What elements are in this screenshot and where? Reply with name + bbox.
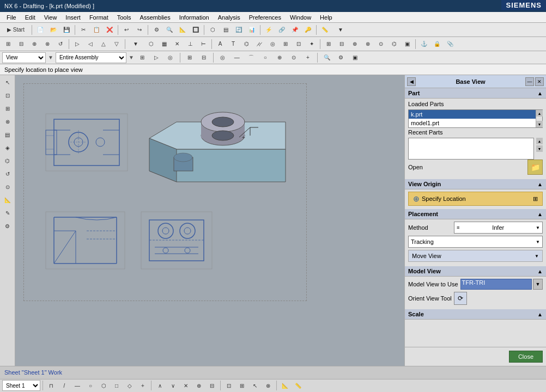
tb2-btn-30[interactable]: ▣ <box>401 38 413 50</box>
tb2-btn-9[interactable]: ▽ <box>111 38 123 50</box>
vb-btn-12[interactable]: + <box>302 52 314 64</box>
tb2-btn-7[interactable]: ◁ <box>84 38 96 50</box>
tb2-btn-24[interactable]: ⊞ <box>323 38 335 50</box>
specify-location-button[interactable]: ⊕ Specify Location ⊞ <box>408 192 543 206</box>
tb2-btn-22[interactable]: ⊡ <box>293 38 305 50</box>
menu-file[interactable]: File <box>2 13 21 22</box>
scroll-down-btn[interactable]: ▼ <box>536 121 543 127</box>
tb2-btn-20[interactable]: ◎ <box>266 38 278 50</box>
model-view-arrow-btn[interactable]: ▼ <box>533 279 543 290</box>
sb-btn-12[interactable]: ⚙ <box>2 220 14 232</box>
sb-btn-7[interactable]: ⌬ <box>2 155 14 167</box>
vb-btn-1[interactable]: ⊞ <box>136 52 148 64</box>
view-origin-section-header[interactable]: View Origin ▲ <box>405 179 546 189</box>
bot-btn-8[interactable]: + <box>137 379 149 391</box>
sb-btn-6[interactable]: ◈ <box>2 142 14 154</box>
bot-btn-17[interactable]: ⊗ <box>262 379 274 391</box>
new-btn[interactable]: 📄 <box>34 24 46 36</box>
vb-btn-7[interactable]: — <box>231 52 243 64</box>
assembly-dropdown[interactable]: Entire Assembly <box>56 52 126 63</box>
tb2-btn-3[interactable]: ⊕ <box>28 38 40 50</box>
tb2-btn-16[interactable]: A <box>214 38 226 50</box>
panel-close-btn[interactable]: ✕ <box>535 77 544 86</box>
close-panel-button[interactable]: Close <box>509 351 543 363</box>
vb-btn-8[interactable]: ⌒ <box>245 52 257 64</box>
vb-btn-9[interactable]: ○ <box>259 52 271 64</box>
sb-btn-5[interactable]: ▤ <box>2 128 14 140</box>
placement-section-header[interactable]: Placement ▲ <box>405 209 546 219</box>
menu-view[interactable]: View <box>40 13 62 22</box>
tb-btn-9[interactable]: ▤ <box>220 24 232 36</box>
model-view-section-header[interactable]: Model View ▲ <box>405 266 546 277</box>
vb-btn-3[interactable]: ◎ <box>165 52 177 64</box>
tb-btn-15[interactable]: 🔑 <box>302 24 314 36</box>
tb-btn-10[interactable]: 🔄 <box>233 24 245 36</box>
tb2-btn-23[interactable]: ✦ <box>306 38 318 50</box>
tb2-btn-8[interactable]: △ <box>98 38 110 50</box>
menu-information[interactable]: Information <box>175 13 214 22</box>
orient-view-btn[interactable]: ⟳ <box>454 292 467 305</box>
tb-btn-5[interactable]: 🔍 <box>163 24 175 36</box>
vb-btn-10[interactable]: ⊕ <box>274 52 286 64</box>
tb2-btn-18[interactable]: ⌬ <box>240 38 252 50</box>
vb-btn-6[interactable]: ◎ <box>217 52 229 64</box>
bot-btn-4[interactable]: ○ <box>84 379 96 391</box>
tb2-btn-14[interactable]: ⊥ <box>184 38 196 50</box>
sb-btn-10[interactable]: 📐 <box>2 194 14 206</box>
loaded-parts-list[interactable]: k.prt model1.prt <box>409 110 536 127</box>
menu-preferences[interactable]: Preferences <box>245 13 286 22</box>
tb2-btn-2[interactable]: ⊟ <box>15 38 27 50</box>
menu-assemblies[interactable]: Assemblies <box>135 13 174 22</box>
tb-btn-14[interactable]: 📌 <box>289 24 301 36</box>
tb2-btn-13[interactable]: ✕ <box>171 38 183 50</box>
tb-btn-12[interactable]: ⚡ <box>263 24 275 36</box>
vb-btn-15[interactable]: ▣ <box>349 52 361 64</box>
bot-btn-18[interactable]: 📐 <box>279 379 291 391</box>
tb-btn-13[interactable]: 🔗 <box>276 24 288 36</box>
tb-btn-11[interactable]: 📊 <box>246 24 258 36</box>
tb2-btn-21[interactable]: ⊞ <box>280 38 292 50</box>
bot-btn-7[interactable]: ◇ <box>124 379 136 391</box>
tb2-btn-4[interactable]: ⊗ <box>41 38 53 50</box>
tb2-btn-29[interactable]: ⌬ <box>388 38 400 50</box>
sb-btn-4[interactable]: ⊗ <box>2 115 14 127</box>
tb2-btn-28[interactable]: ⊙ <box>375 38 387 50</box>
vb-btn-2[interactable]: ▷ <box>150 52 162 64</box>
tb2-btn-31[interactable]: ⚓ <box>418 38 430 50</box>
sb-btn-11[interactable]: ✎ <box>2 207 14 219</box>
tb2-btn-5[interactable]: ↺ <box>54 38 66 50</box>
tb2-btn-32[interactable]: 🔒 <box>431 38 443 50</box>
bot-btn-6[interactable]: □ <box>111 379 123 391</box>
tb-btn-3[interactable]: ❌ <box>104 24 116 36</box>
bot-btn-14[interactable]: ⊡ <box>223 379 235 391</box>
open-file-btn[interactable]: 📂 <box>47 24 59 36</box>
open-file-button[interactable]: 📁 <box>527 160 543 175</box>
start-btn[interactable]: ▶ Start <box>2 24 29 36</box>
list-item-model1[interactable]: model1.prt <box>409 119 536 127</box>
sb-btn-9[interactable]: ⊙ <box>2 181 14 193</box>
menu-tools[interactable]: Tools <box>113 13 136 22</box>
tb-btn-17[interactable]: ▼ <box>332 24 349 36</box>
model-view-select[interactable]: TFR-TRI <box>460 279 532 290</box>
tb2-btn-15[interactable]: ⊢ <box>197 38 209 50</box>
tb-btn-16[interactable]: 📏 <box>319 24 331 36</box>
tracking-dropdown[interactable]: Tracking ▼ <box>408 236 543 248</box>
menu-analysis[interactable]: Analysis <box>214 13 245 22</box>
recent-parts-input[interactable] <box>408 138 534 160</box>
view-dropdown[interactable]: View <box>2 52 46 63</box>
bot-btn-13[interactable]: ⊟ <box>206 379 218 391</box>
bot-btn-12[interactable]: ⊕ <box>193 379 205 391</box>
bot-btn-16[interactable]: ↖ <box>249 379 261 391</box>
bot-btn-15[interactable]: ⊞ <box>236 379 248 391</box>
tb2-btn-33[interactable]: 📎 <box>444 38 456 50</box>
save-btn[interactable]: 💾 <box>60 24 72 36</box>
undo-btn[interactable]: ↩ <box>120 24 132 36</box>
menu-window[interactable]: Window <box>286 13 316 22</box>
tb2-btn-25[interactable]: ⊟ <box>336 38 348 50</box>
canvas-area[interactable]: + <box>15 75 404 366</box>
panel-minimize-btn[interactable]: — <box>525 77 534 86</box>
tb-btn-8[interactable]: ⬡ <box>207 24 219 36</box>
bot-btn-9[interactable]: ∧ <box>154 379 166 391</box>
bot-btn-11[interactable]: ✕ <box>180 379 192 391</box>
bot-btn-19[interactable]: 📏 <box>292 379 304 391</box>
